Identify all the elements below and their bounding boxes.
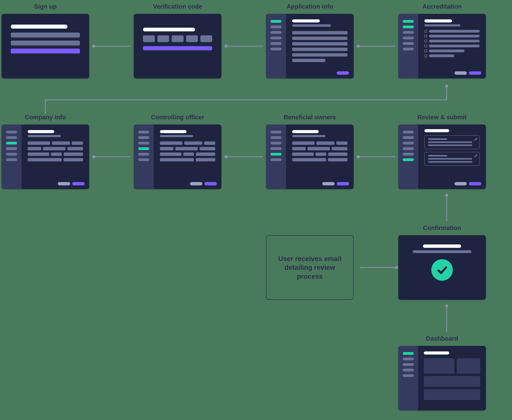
owners-content [286, 125, 354, 189]
form-field [160, 158, 194, 161]
text-line [292, 31, 347, 34]
summary-line [428, 161, 472, 163]
option-line [429, 30, 480, 33]
app-info-sidebar [266, 14, 286, 78]
nav-item [271, 142, 281, 144]
code-digit-1 [143, 35, 155, 42]
content-subtitle-line [292, 135, 325, 137]
nav-item [403, 363, 414, 366]
verification-heading-line [143, 28, 195, 31]
form-field [28, 152, 49, 156]
form-field [328, 158, 347, 161]
nav-item [403, 147, 414, 150]
step-title-company: Company info [1, 114, 89, 121]
text-line [292, 53, 347, 57]
signup-screen [1, 14, 89, 53]
code-digit-5 [200, 35, 212, 42]
option-line [429, 50, 465, 52]
form-field [316, 152, 326, 156]
verification-screen [134, 14, 221, 50]
dashboard-sidebar [398, 346, 418, 411]
checkbox-icon [424, 35, 427, 38]
content-title-line [424, 19, 452, 22]
option-line [429, 45, 480, 47]
nav-item-active [6, 142, 17, 144]
nav-item [271, 147, 281, 150]
form-field [196, 158, 215, 161]
form-field [72, 142, 83, 145]
nav-item [403, 37, 414, 39]
dashboard-widget [424, 389, 480, 400]
officer-sidebar [134, 125, 154, 189]
nav-item [271, 131, 281, 134]
content-title-line [160, 130, 187, 133]
review-section-2 [424, 152, 480, 166]
flow-diagram: Sign up Verification code Application in… [0, 0, 512, 420]
checkbox-icon [424, 45, 427, 47]
nav-item [6, 158, 17, 161]
card-company-info [1, 125, 89, 189]
svg-point-0 [92, 45, 95, 48]
email-note-text: User receives email detailing review pro… [276, 254, 344, 281]
nav-item [271, 42, 281, 45]
nav-item [403, 131, 414, 134]
card-signup [1, 14, 89, 78]
back-button [454, 71, 467, 75]
content-subtitle-line [160, 135, 193, 137]
footer-buttons [454, 71, 481, 75]
nav-item [403, 42, 414, 45]
review-content [418, 125, 486, 189]
step-title-verification: Verification code [134, 3, 221, 10]
footer-buttons [322, 182, 349, 185]
summary-line [428, 142, 472, 143]
form-field [175, 147, 198, 150]
nav-item [138, 158, 149, 161]
company-content [22, 125, 89, 189]
content-title-line [292, 130, 319, 133]
confirmation-title-line [423, 244, 461, 248]
svg-point-2 [225, 45, 227, 48]
form-field [328, 152, 347, 156]
summary-line [428, 144, 472, 146]
back-button [190, 182, 202, 185]
form-field [196, 152, 215, 156]
verify-submit-button [143, 46, 212, 50]
nav-item [403, 358, 414, 360]
svg-point-11 [357, 155, 360, 158]
text-line [292, 37, 347, 40]
form-field [292, 142, 315, 145]
text-line-short [292, 59, 325, 62]
next-button [469, 71, 481, 75]
nav-item-active [403, 158, 414, 161]
next-button [204, 182, 217, 185]
nav-item [271, 25, 281, 28]
checkbox-icon [424, 30, 427, 33]
signup-heading-line [11, 25, 68, 29]
next-button [337, 182, 349, 185]
accreditation-content [418, 14, 486, 78]
checkbox-icon [424, 54, 427, 57]
content-title-line [28, 130, 54, 133]
nav-item [403, 48, 414, 50]
app-info-content [286, 14, 354, 78]
nav-item [271, 48, 281, 50]
nav-item [271, 31, 281, 34]
nav-item [138, 153, 149, 156]
company-sidebar [1, 125, 22, 189]
form-field [332, 147, 347, 150]
step-title-review: Review & submit [398, 114, 486, 121]
back-button [58, 182, 70, 185]
edit-icon [474, 154, 477, 158]
option-line [429, 35, 480, 38]
code-digit-4 [186, 35, 198, 42]
accreditation-sidebar [398, 14, 418, 78]
owners-sidebar [266, 125, 286, 189]
nav-item [403, 31, 414, 34]
checkbox-icon [424, 50, 427, 52]
card-controlling-officer [134, 125, 221, 189]
signup-input-1 [11, 33, 80, 38]
form-field [308, 147, 330, 150]
form-field [204, 142, 215, 145]
form-field [28, 142, 50, 145]
back-button [454, 182, 467, 185]
